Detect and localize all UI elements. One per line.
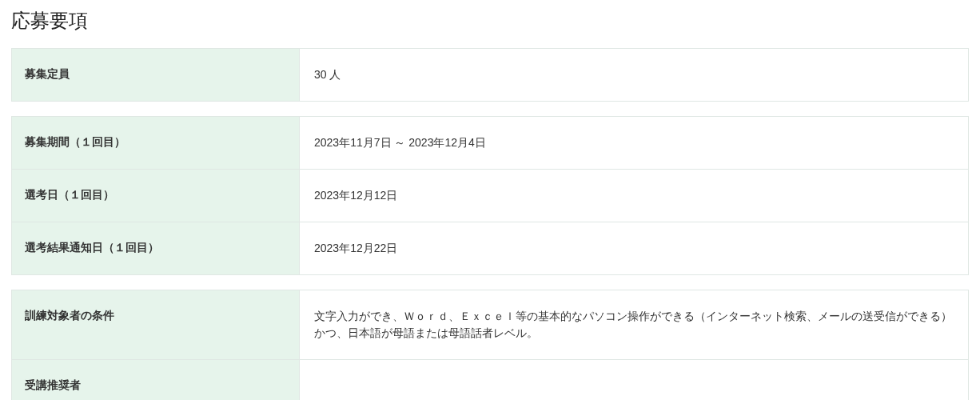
table-row: 選考結果通知日（１回目） 2023年12月22日 xyxy=(11,222,969,275)
row-label: 募集期間（１回目） xyxy=(12,117,300,169)
table-row: 訓練対象者の条件 文字入力ができ、Ｗｏｒｄ、Ｅｘｃｅｌ等の基本的なパソコン操作が… xyxy=(11,290,969,360)
row-label: 訓練対象者の条件 xyxy=(12,290,300,359)
row-label: 選考日（１回目） xyxy=(12,170,300,222)
row-value: 30 人 xyxy=(300,49,968,101)
section-title: 応募要項 xyxy=(11,8,969,34)
row-value: 文字入力ができ、Ｗｏｒｄ、Ｅｘｃｅｌ等の基本的なパソコン操作ができる（インターネ… xyxy=(300,290,968,359)
table-row: 募集期間（１回目） 2023年11月7日 ～ 2023年12月4日 xyxy=(11,116,969,170)
row-label: 選考結果通知日（１回目） xyxy=(12,222,300,274)
row-value: 2023年11月7日 ～ 2023年12月4日 xyxy=(300,117,968,169)
info-block-schedule: 募集期間（１回目） 2023年11月7日 ～ 2023年12月4日 選考日（１回… xyxy=(11,116,969,275)
row-label: 受講推奨者 xyxy=(12,360,300,400)
row-value xyxy=(300,360,968,400)
info-block-capacity: 募集定員 30 人 xyxy=(11,48,969,102)
table-row: 募集定員 30 人 xyxy=(11,48,969,102)
info-block-conditions: 訓練対象者の条件 文字入力ができ、Ｗｏｒｄ、Ｅｘｃｅｌ等の基本的なパソコン操作が… xyxy=(11,290,969,400)
table-row: 選考日（１回目） 2023年12月12日 xyxy=(11,170,969,222)
row-value: 2023年12月22日 xyxy=(300,222,968,274)
table-row: 受講推奨者 xyxy=(11,360,969,400)
row-value: 2023年12月12日 xyxy=(300,170,968,222)
row-label: 募集定員 xyxy=(12,49,300,101)
